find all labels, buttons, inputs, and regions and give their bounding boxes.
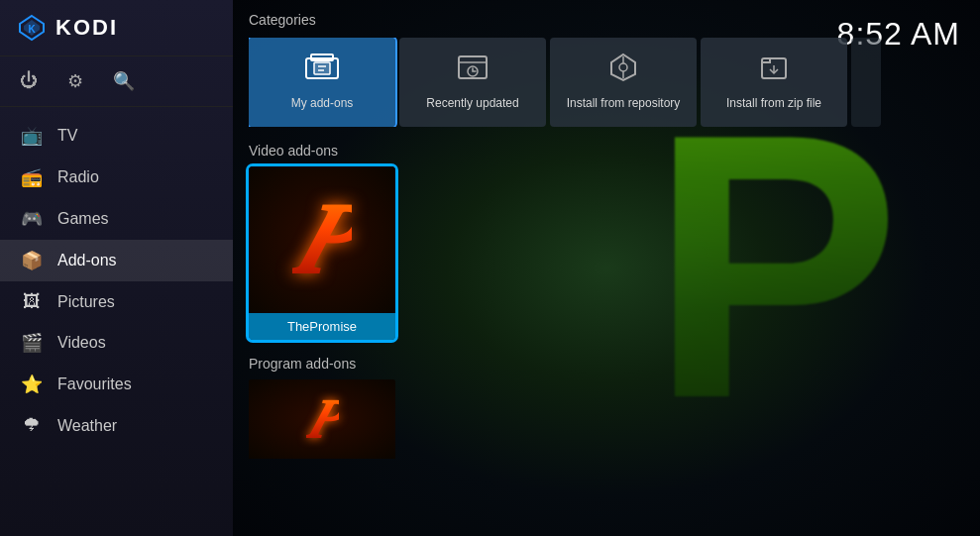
- sidebar-controls: ⏻ ⚙ 🔍: [0, 56, 233, 107]
- category-partial[interactable]: [851, 38, 881, 127]
- sidebar-header: K KODI: [0, 0, 233, 56]
- kodi-logo: K: [16, 12, 48, 44]
- my-addons-label: My add-ons: [291, 96, 354, 112]
- fire-p-letter: 𝑃: [292, 182, 352, 298]
- sidebar-item-weather[interactable]: 🌩 Weather: [0, 405, 233, 446]
- weather-icon: 🌩: [20, 415, 44, 436]
- sidebar-item-tv[interactable]: 📺 TV: [0, 115, 233, 157]
- video-addons-section: Video add-ons 𝑃 ThePromise: [233, 135, 980, 348]
- svg-text:K: K: [28, 24, 36, 35]
- categories-label: Categories: [249, 12, 964, 28]
- sidebar-item-videos-label: Videos: [57, 334, 106, 352]
- sidebar-item-games-label: Games: [57, 210, 109, 228]
- sidebar-item-pictures-label: Pictures: [57, 293, 115, 311]
- categories-row: My add-ons Recently updated: [249, 38, 964, 127]
- sidebar-item-favourites[interactable]: ⭐ Favourites: [0, 364, 233, 405]
- install-repository-label: Install from repository: [567, 96, 681, 112]
- settings-button[interactable]: ⚙: [67, 70, 83, 92]
- search-button[interactable]: 🔍: [113, 70, 135, 92]
- svg-point-12: [619, 63, 627, 71]
- install-zip-label: Install from zip file: [726, 96, 821, 112]
- pictures-icon: 🖼: [20, 291, 44, 312]
- recently-updated-label: Recently updated: [426, 96, 518, 112]
- addon-thumbnail-thepromise-program: 𝑃: [249, 379, 395, 459]
- sidebar-item-tv-label: TV: [57, 127, 77, 145]
- power-button[interactable]: ⏻: [20, 70, 38, 92]
- category-install-from-repository[interactable]: Install from repository: [550, 38, 697, 127]
- sidebar: K KODI ⏻ ⚙ 🔍 📺 TV 📻 Radio 🎮 Games 📦 Add-…: [0, 0, 233, 536]
- sidebar-nav: 📺 TV 📻 Radio 🎮 Games 📦 Add-ons 🖼 Picture…: [0, 107, 233, 536]
- sidebar-item-radio[interactable]: 📻 Radio: [0, 157, 233, 198]
- category-recently-updated[interactable]: Recently updated: [399, 38, 546, 127]
- addon-thumb-inner: 𝑃: [249, 166, 395, 313]
- app-title: KODI: [55, 15, 118, 41]
- fire-p-letter-small: 𝑃: [306, 387, 339, 452]
- videos-icon: 🎬: [20, 332, 44, 354]
- svg-rect-5: [314, 62, 330, 74]
- main-content: P 8:52 AM Categories My: [233, 0, 980, 536]
- sidebar-item-addons[interactable]: 📦 Add-ons: [0, 240, 233, 281]
- sidebar-item-weather-label: Weather: [57, 417, 117, 435]
- svg-rect-8: [459, 56, 487, 78]
- categories-section: Categories My add-ons: [233, 0, 980, 135]
- sidebar-item-addons-label: Add-ons: [57, 252, 117, 269]
- program-section-label: Program add-ons: [249, 356, 964, 372]
- sidebar-item-pictures[interactable]: 🖼 Pictures: [0, 281, 233, 322]
- addon-card-thepromise-program[interactable]: 𝑃: [249, 379, 395, 459]
- content-wrapper: Categories My add-ons: [233, 0, 980, 536]
- addons-icon: 📦: [20, 250, 44, 271]
- games-icon: 🎮: [20, 208, 44, 230]
- my-addons-icon: [304, 53, 340, 90]
- addon-name-thepromise: ThePromise: [249, 313, 395, 340]
- sidebar-item-favourites-label: Favourites: [57, 375, 132, 393]
- install-repository-icon: [605, 53, 641, 90]
- addon-thumbnail-thepromise: 𝑃: [249, 166, 395, 313]
- video-section-label: Video add-ons: [249, 143, 964, 159]
- favourites-icon: ⭐: [20, 374, 44, 395]
- program-addons-row: 𝑃: [249, 379, 964, 459]
- tv-icon: 📺: [20, 125, 44, 147]
- install-zip-icon: [756, 53, 792, 90]
- category-my-addons[interactable]: My add-ons: [249, 38, 395, 127]
- radio-icon: 📻: [20, 166, 44, 188]
- category-install-from-zip[interactable]: Install from zip file: [701, 38, 847, 127]
- sidebar-item-games[interactable]: 🎮 Games: [0, 198, 233, 240]
- sidebar-item-videos[interactable]: 🎬 Videos: [0, 322, 233, 364]
- sidebar-item-radio-label: Radio: [57, 168, 99, 186]
- recently-updated-icon: [455, 53, 490, 90]
- addon-card-thepromise[interactable]: 𝑃 ThePromise: [249, 166, 395, 340]
- program-addons-section: Program add-ons 𝑃: [233, 348, 980, 467]
- video-addons-row: 𝑃 ThePromise: [249, 166, 964, 340]
